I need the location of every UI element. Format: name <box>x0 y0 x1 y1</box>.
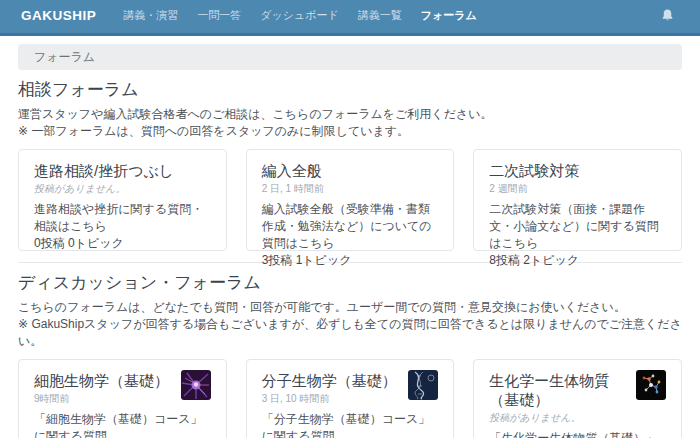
forum-card-secondary-exam[interactable]: 二次試験対策 2 週間前 二次試験対策（面接・課題作文・小論文など）に関する質問… <box>473 149 682 251</box>
forum-card-title[interactable]: 細胞生物学（基礎） <box>34 371 169 390</box>
forum-card-meta: 9時間前 <box>34 392 169 406</box>
nav-item-forum[interactable]: フォーラム <box>418 4 480 27</box>
forum-card-stats: 0投稿 0トピック <box>34 235 211 252</box>
forum-card-stats: 8投稿 2トピック <box>489 252 666 269</box>
forum-card-meta: 3 日, 10 時間前 <box>262 392 397 406</box>
forum-card-meta: 投稿がありません。 <box>34 182 211 196</box>
nav-item-qa[interactable]: 一問一答 <box>194 4 244 27</box>
discussion-section-title: ディスカッション・フォーラム <box>18 272 682 294</box>
forum-card-description: 「生化学ー生体物質（基礎）」に関する質問 <box>489 430 666 438</box>
consult-section-desc-line2: ※ 一部フォーラムは、質問への回答をスタッフのみに制限しています。 <box>18 123 682 140</box>
consult-section-title: 相談フォーラム <box>18 79 682 101</box>
discussion-forum-cards: 細胞生物学（基礎） 9時間前 「細胞生物学（基礎）コース」に関する質問 46投稿… <box>18 359 682 438</box>
forum-card-cell-biology[interactable]: 細胞生物学（基礎） 9時間前 「細胞生物学（基礎）コース」に関する質問 46投稿… <box>18 359 227 438</box>
breadcrumb: フォーラム <box>18 44 682 70</box>
nav-item-lectures[interactable]: 講義・演習 <box>120 4 181 27</box>
consult-section-desc-line1: 運営スタッフや編入試験合格者へのご相談は、こちらのフォーラムをご利用ください。 <box>18 106 682 123</box>
forum-card-description: 「分子生物学（基礎）コース」に関する質問 <box>262 411 439 438</box>
thumbnail-biochemistry <box>636 370 666 400</box>
forum-card-meta: 2 週間前 <box>489 182 666 196</box>
forum-card-description: 進路相談や挫折に関する質問・相談はこちら <box>34 201 211 235</box>
forum-card-description: 「細胞生物学（基礎）コース」に関する質問 <box>34 411 211 438</box>
nav-item-lecture-list[interactable]: 講義一覧 <box>355 4 405 27</box>
forum-card-biochemistry[interactable]: 生化学ー生体物質（基礎） 投稿がありません。 <box>473 359 682 438</box>
forum-card-title[interactable]: 二次試験対策 <box>489 161 666 180</box>
forum-card-meta: 2 日, 1 時間前 <box>262 182 439 196</box>
discussion-section-desc-line2: ※ GakuShipスタッフが回答する場合もございますが、必ずしも全ての質問に回… <box>18 316 682 350</box>
forum-card-description: 編入試験全般（受験準備・書類作成・勉強法など）についての質問はこちら <box>262 201 439 252</box>
nav-item-dashboard[interactable]: ダッシュボード <box>257 4 342 27</box>
thumbnail-cell-biology <box>181 370 211 400</box>
forum-card-title[interactable]: 編入全般 <box>262 161 439 180</box>
forum-card-title[interactable]: 分子生物学（基礎） <box>262 371 397 390</box>
bell-icon[interactable] <box>660 7 676 23</box>
consult-forum-cards: 進路相談/挫折つぶし 投稿がありません。 進路相談や挫折に関する質問・相談はこち… <box>18 149 682 251</box>
thumbnail-molecular-biology <box>408 370 438 400</box>
forum-card-title[interactable]: 進路相談/挫折つぶし <box>34 161 211 180</box>
forum-card-stats: 3投稿 1トピック <box>262 252 439 269</box>
forum-card-title[interactable]: 生化学ー生体物質（基礎） <box>489 371 628 409</box>
brand-logo[interactable]: GAKUSHIP <box>21 8 96 23</box>
forum-card-meta: 投稿がありません。 <box>489 411 628 425</box>
breadcrumb-label: フォーラム <box>34 49 95 66</box>
forum-card-molecular-biology[interactable]: 分子生物学（基礎） 3 日, 10 時間前 「分子生物学（基礎）コース」に関する… <box>246 359 455 438</box>
forum-card-career[interactable]: 進路相談/挫折つぶし 投稿がありません。 進路相談や挫折に関する質問・相談はこち… <box>18 149 227 251</box>
main-content: 相談フォーラム 運営スタッフや編入試験合格者へのご相談は、こちらのフォーラムをご… <box>0 79 700 438</box>
forum-card-description: 二次試験対策（面接・課題作文・小論文など）に関する質問はこちら <box>489 201 666 252</box>
forum-card-transfer-general[interactable]: 編入全般 2 日, 1 時間前 編入試験全般（受験準備・書類作成・勉強法など）に… <box>246 149 455 251</box>
discussion-section-desc-line1: こちらのフォーラムは、どなたでも質問・回答が可能です。ユーザー間での質問・意見交… <box>18 299 682 316</box>
top-navbar: GAKUSHIP 講義・演習 一問一答 ダッシュボード 講義一覧 フォーラム <box>0 0 700 36</box>
